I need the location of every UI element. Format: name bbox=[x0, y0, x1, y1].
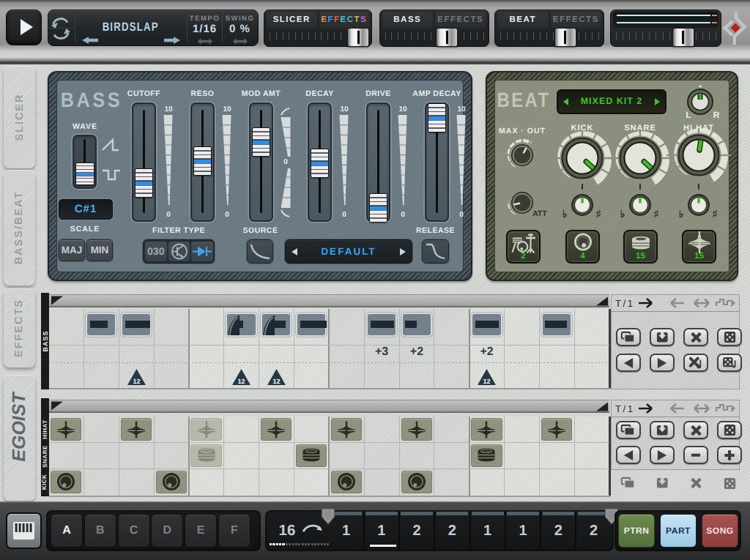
svg-text:12: 12 bbox=[272, 378, 280, 385]
svg-text:12: 12 bbox=[238, 378, 245, 385]
svg-text:12: 12 bbox=[483, 378, 491, 385]
svg-text:12: 12 bbox=[133, 378, 140, 385]
